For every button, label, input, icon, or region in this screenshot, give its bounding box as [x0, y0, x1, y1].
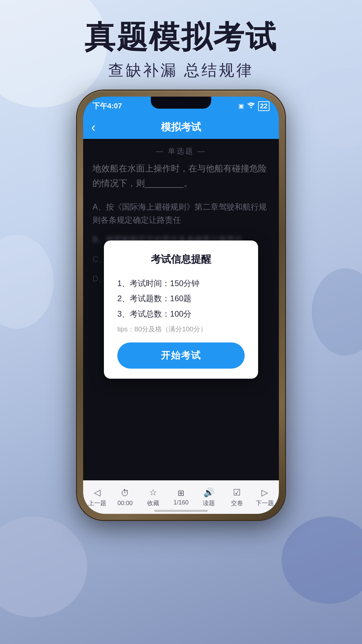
status-time: 下午4:07 — [93, 101, 122, 111]
screen-record-icon: ▣ — [238, 102, 244, 110]
grid-label: 1/160 — [173, 499, 188, 506]
modal-card: 考试信息提醒 1、考试时间：150分钟 2、考试题数：160题 3、考试总数：1… — [104, 240, 258, 379]
submit-icon: ☑ — [233, 487, 241, 498]
home-indicator — [154, 510, 208, 512]
phone-frame: 下午4:07 ▣ 22 ‹ 模拟考试 — [77, 91, 285, 520]
top-section: 真题模拟考试 查缺补漏 总结规律 — [0, 20, 362, 81]
toolbar-read[interactable]: 🔊 读题 — [195, 487, 223, 507]
bg-blob-mid-r — [312, 268, 362, 356]
timer-icon: ⏱ — [121, 488, 129, 498]
nav-back-button[interactable]: ‹ — [91, 120, 96, 135]
toolbar-prev[interactable]: ◁ 上一题 — [83, 487, 111, 507]
bottom-toolbar: ◁ 上一题 ⏱ 00:00 ☆ 收藏 ⊞ 1/160 🔊 读题 — [83, 480, 279, 514]
star-icon: ☆ — [149, 487, 157, 498]
modal-tip: tips：80分及格（满分100分） — [117, 325, 245, 334]
modal-info-item-2: 2、考试题数：160题 — [117, 291, 245, 306]
read-icon: 🔊 — [203, 487, 214, 498]
toolbar-collect[interactable]: ☆ 收藏 — [139, 487, 167, 507]
timer-label: 00:00 — [118, 500, 133, 507]
collect-label: 收藏 — [147, 499, 159, 507]
status-icons: ▣ 22 — [238, 101, 269, 111]
bg-blob-bl — [0, 517, 87, 617]
battery-icon: 22 — [258, 101, 269, 111]
modal-overlay: 考试信息提醒 1、考试时间：150分钟 2、考试题数：160题 3、考试总数：1… — [83, 139, 279, 480]
grid-icon: ⊞ — [178, 488, 184, 498]
phone-wrapper: 下午4:07 ▣ 22 ‹ 模拟考试 — [77, 91, 285, 520]
phone-screen: 下午4:07 ▣ 22 ‹ 模拟考试 — [83, 97, 279, 514]
bg-blob-mid-l — [0, 235, 54, 329]
modal-title: 考试信息提醒 — [117, 253, 245, 266]
notch — [151, 97, 211, 109]
read-label: 读题 — [203, 499, 215, 507]
sub-title: 查缺补漏 总结规律 — [0, 60, 362, 81]
submit-label: 交卷 — [231, 499, 243, 507]
modal-info-item-1: 1、考试时间：150分钟 — [117, 276, 245, 291]
toolbar-submit[interactable]: ☑ 交卷 — [223, 487, 251, 507]
nav-bar: ‹ 模拟考试 — [83, 115, 279, 139]
nav-title: 模拟考试 — [161, 120, 201, 134]
modal-info-item-3: 3、考试总数：100分 — [117, 306, 245, 322]
next-icon: ▷ — [261, 487, 268, 498]
next-label: 下一题 — [256, 499, 274, 507]
toolbar-timer[interactable]: ⏱ 00:00 — [111, 488, 139, 507]
start-exam-button[interactable]: 开始考试 — [117, 342, 245, 369]
main-title: 真题模拟考试 — [0, 20, 362, 54]
prev-label: 上一题 — [88, 499, 106, 507]
bg-blob-br — [282, 517, 362, 604]
wifi-icon — [247, 102, 255, 110]
prev-icon: ◁ — [94, 487, 101, 498]
modal-info-list: 1、考试时间：150分钟 2、考试题数：160题 3、考试总数：100分 — [117, 276, 245, 322]
toolbar-next[interactable]: ▷ 下一题 — [251, 487, 279, 507]
content-area: — 单选题 — 地效船在水面上操作时，在与他船有碰撞危险的情况下，则______… — [83, 139, 279, 480]
toolbar-grid[interactable]: ⊞ 1/160 — [167, 488, 195, 506]
